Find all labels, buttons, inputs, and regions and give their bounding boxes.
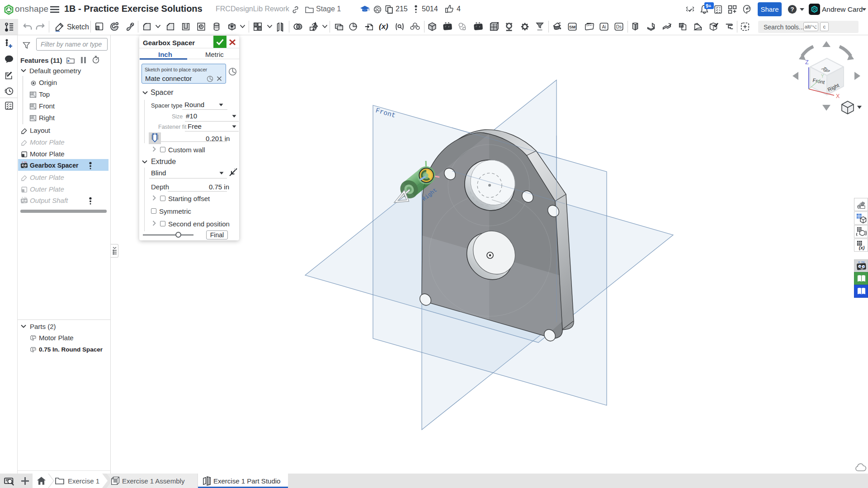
svg-text:(x): (x) bbox=[859, 245, 865, 250]
svg-text:Ai: Ai bbox=[602, 24, 606, 29]
svg-text:X: X bbox=[836, 93, 840, 99]
svg-text:Z: Z bbox=[805, 59, 809, 66]
svg-text:?: ? bbox=[790, 6, 794, 13]
svg-text:SM: SM bbox=[569, 24, 576, 29]
svg-text:Ds: Ds bbox=[616, 24, 622, 29]
svg-text:Y: Y bbox=[821, 74, 824, 79]
